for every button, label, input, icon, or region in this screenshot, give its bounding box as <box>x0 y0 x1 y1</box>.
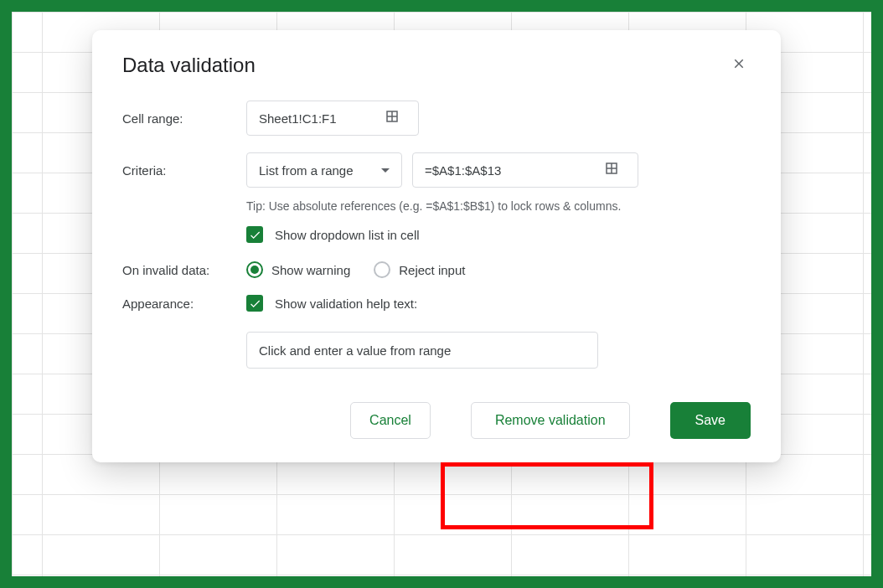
radio-show-warning[interactable]: Show warning <box>246 261 350 278</box>
helptext-input[interactable] <box>246 332 598 369</box>
spreadsheet-cell[interactable] <box>863 132 871 173</box>
spreadsheet-cell[interactable] <box>12 333 43 374</box>
criteria-label: Criteria: <box>122 163 246 178</box>
radio-icon-unselected <box>374 261 390 278</box>
dialog-title: Data validation <box>122 54 256 77</box>
spreadsheet-cell[interactable] <box>42 494 160 535</box>
spreadsheet-cell[interactable] <box>42 534 160 575</box>
spreadsheet-cell[interactable] <box>863 253 871 294</box>
spreadsheet-cell[interactable] <box>863 92 871 133</box>
criteria-select[interactable]: List from a range <box>246 152 402 188</box>
spreadsheet-cell[interactable] <box>159 494 277 535</box>
cell-range-row: Cell range: <box>122 101 751 136</box>
spreadsheet-cell[interactable] <box>511 575 629 576</box>
radio-icon-selected <box>246 261 263 278</box>
chevron-down-icon <box>381 168 390 173</box>
criteria-range-input[interactable] <box>425 163 604 178</box>
spreadsheet-cell[interactable] <box>12 213 43 254</box>
spreadsheet-cell[interactable] <box>863 52 871 93</box>
grid-select-icon[interactable] <box>385 109 400 127</box>
radio-reject-input[interactable]: Reject input <box>374 261 465 278</box>
spreadsheet-cell[interactable] <box>276 534 395 575</box>
criteria-tip: Tip: Use absolute references (e.g. =$A$1… <box>246 199 751 213</box>
spreadsheet-cell[interactable] <box>42 575 160 576</box>
spreadsheet-cell[interactable] <box>863 293 871 334</box>
appearance-checkbox[interactable] <box>246 295 263 312</box>
spreadsheet-cell[interactable] <box>276 575 395 576</box>
spreadsheet-cell[interactable] <box>863 374 871 415</box>
close-button[interactable] <box>727 54 751 77</box>
cell-range-input[interactable] <box>259 111 385 126</box>
spreadsheet-cell[interactable] <box>863 534 871 575</box>
spreadsheet-cell[interactable] <box>12 454 43 495</box>
spreadsheet-cell[interactable] <box>863 414 871 455</box>
spreadsheet-cell[interactable] <box>12 293 43 334</box>
highlight-box <box>441 462 653 529</box>
spreadsheet-cell[interactable] <box>863 173 871 214</box>
spreadsheet-cell[interactable] <box>746 494 864 535</box>
show-dropdown-checkbox[interactable] <box>246 226 263 243</box>
save-button[interactable]: Save <box>670 402 751 439</box>
cancel-button[interactable]: Cancel <box>350 402 431 439</box>
dialog-header: Data validation <box>122 54 751 77</box>
criteria-select-value: List from a range <box>259 163 354 178</box>
spreadsheet-background: // dynamically add some background cells… <box>12 12 871 576</box>
spreadsheet-cell[interactable] <box>12 494 43 535</box>
spreadsheet-cell[interactable] <box>746 534 864 575</box>
spreadsheet-cell[interactable] <box>394 575 512 576</box>
spreadsheet-cell[interactable] <box>12 575 43 576</box>
criteria-range-input-wrap[interactable] <box>412 152 638 188</box>
spreadsheet-cell[interactable] <box>12 52 43 93</box>
spreadsheet-cell[interactable] <box>628 575 746 576</box>
spreadsheet-cell[interactable] <box>159 575 277 576</box>
spreadsheet-cell[interactable] <box>863 575 871 576</box>
spreadsheet-cell[interactable] <box>628 534 746 575</box>
spreadsheet-cell[interactable] <box>12 173 43 214</box>
radio-reject-input-label: Reject input <box>399 263 465 277</box>
radio-show-warning-label: Show warning <box>271 263 350 277</box>
close-icon <box>731 56 746 75</box>
spreadsheet-cell[interactable] <box>863 333 871 374</box>
spreadsheet-cell[interactable] <box>863 213 871 254</box>
remove-validation-button[interactable]: Remove validation <box>471 402 630 439</box>
spreadsheet-cell[interactable] <box>511 534 629 575</box>
grid-select-icon[interactable] <box>604 161 619 179</box>
spreadsheet-cell[interactable] <box>12 534 43 575</box>
spreadsheet-cell[interactable] <box>394 534 512 575</box>
data-validation-dialog: Data validation Cell range: Criteri <box>92 30 781 462</box>
cell-range-label: Cell range: <box>122 111 246 126</box>
spreadsheet-cell[interactable] <box>159 534 277 575</box>
show-dropdown-label: Show dropdown list in cell <box>275 228 420 242</box>
appearance-checkbox-label: Show validation help text: <box>275 297 417 311</box>
dialog-buttons: Cancel Remove validation Save <box>122 402 751 439</box>
spreadsheet-cell[interactable] <box>12 374 43 415</box>
on-invalid-row: On invalid data: Show warning Reject inp… <box>122 261 751 278</box>
appearance-row: Appearance: Show validation help text: <box>122 295 751 312</box>
cell-range-input-wrap[interactable] <box>246 101 419 136</box>
spreadsheet-cell[interactable] <box>746 575 864 576</box>
spreadsheet-cell[interactable] <box>12 414 43 455</box>
spreadsheet-cell[interactable] <box>863 12 871 53</box>
on-invalid-label: On invalid data: <box>122 263 246 277</box>
spreadsheet-cell[interactable] <box>12 92 43 133</box>
appearance-label: Appearance: <box>122 297 246 311</box>
spreadsheet-cell[interactable] <box>12 12 43 53</box>
spreadsheet-cell[interactable] <box>12 132 43 173</box>
spreadsheet-cell[interactable] <box>863 494 871 535</box>
spreadsheet-cell[interactable] <box>863 454 871 495</box>
spreadsheet-cell[interactable] <box>12 253 43 294</box>
criteria-row: Criteria: List from a range <box>122 152 751 188</box>
spreadsheet-cell[interactable] <box>276 494 395 535</box>
show-dropdown-row: Show dropdown list in cell <box>246 226 751 243</box>
